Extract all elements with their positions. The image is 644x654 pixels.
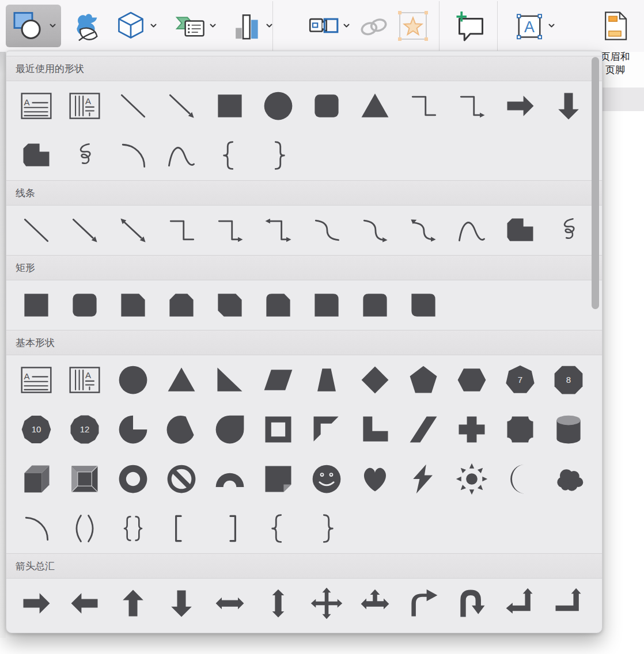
toolbar-button-3d-models[interactable] xyxy=(108,5,162,47)
shape-can[interactable] xyxy=(544,405,593,454)
shape-line[interactable] xyxy=(109,81,157,131)
shape-regular-pentagon[interactable] xyxy=(399,355,448,405)
shape-vertical-text-box[interactable]: A xyxy=(60,81,109,131)
shape-u-turn-arrow[interactable] xyxy=(448,579,496,628)
shape-double-bracket[interactable] xyxy=(60,504,109,553)
shape-no-symbol[interactable] xyxy=(157,454,206,504)
shape-curve[interactable] xyxy=(448,206,496,255)
shape-snip-same-side-corner-rectangle[interactable] xyxy=(157,280,206,330)
shape-bent-up-arrow[interactable] xyxy=(544,579,593,628)
shape-rectangle[interactable] xyxy=(12,280,60,330)
shape-elbow-connector[interactable] xyxy=(157,206,206,255)
shape-curved-double-arrow-connector[interactable] xyxy=(399,206,448,255)
shape-parallelogram[interactable] xyxy=(254,355,302,405)
shape-cloud[interactable] xyxy=(544,454,593,504)
shape-left-right-up-arrow[interactable] xyxy=(351,579,399,628)
shape-snip-diagonal-corner-rectangle[interactable] xyxy=(206,280,254,330)
shape-vertical-text-box[interactable]: A xyxy=(60,355,109,405)
shape-diamond[interactable] xyxy=(351,355,399,405)
shape-sun[interactable] xyxy=(448,454,496,504)
toolbar-button-header-footer[interactable]: 页眉和 页脚 xyxy=(589,5,642,47)
shape-half-frame[interactable] xyxy=(302,405,351,454)
shape-curved-arrow-connector[interactable] xyxy=(351,206,399,255)
shape-moon[interactable] xyxy=(496,454,544,504)
shape-octagon[interactable]: 8 xyxy=(544,355,593,405)
shape-horizontal-text-box[interactable]: A xyxy=(12,355,60,405)
shape-isosceles-triangle[interactable] xyxy=(351,81,399,131)
shape-l-shape[interactable] xyxy=(351,405,399,454)
shape-rounded-rectangle[interactable] xyxy=(302,81,351,131)
shape-snip-round-single-corner-rectangle[interactable] xyxy=(254,280,302,330)
shape-line[interactable] xyxy=(12,206,60,255)
shape-arc[interactable] xyxy=(109,131,157,180)
shape-freeform[interactable] xyxy=(496,206,544,255)
shape-scribble[interactable] xyxy=(60,131,109,180)
shape-left-bracket[interactable] xyxy=(157,504,206,553)
shape-double-brace[interactable] xyxy=(109,504,157,553)
shape-right-brace[interactable] xyxy=(254,131,302,180)
shape-right-bracket[interactable] xyxy=(206,504,254,553)
shape-left-brace[interactable] xyxy=(206,131,254,180)
shape-frame[interactable] xyxy=(254,405,302,454)
shape-snip-single-corner-rectangle[interactable] xyxy=(109,280,157,330)
shape-hexagon[interactable] xyxy=(448,355,496,405)
shape-right-arrow[interactable] xyxy=(12,579,60,628)
shape-up-down-arrow[interactable] xyxy=(254,579,302,628)
shape-elbow-arrow-connector[interactable] xyxy=(448,81,496,131)
shape-left-right-arrow[interactable] xyxy=(206,579,254,628)
shape-elbow-double-arrow-connector[interactable] xyxy=(254,206,302,255)
shape-chord[interactable] xyxy=(157,405,206,454)
shape-left-up-arrow[interactable] xyxy=(496,579,544,628)
shape-arc[interactable] xyxy=(12,504,60,553)
shape-oval[interactable] xyxy=(109,355,157,405)
shape-oval[interactable] xyxy=(254,81,302,131)
shape-line-double-arrow[interactable] xyxy=(109,206,157,255)
toolbar-button-link[interactable] xyxy=(357,5,391,47)
shape-bevel[interactable] xyxy=(60,454,109,504)
toolbar-button-smartart[interactable] xyxy=(165,5,223,47)
shape-left-brace[interactable] xyxy=(254,504,302,553)
shape-horizontal-text-box[interactable]: A xyxy=(12,81,60,131)
shape-rounded-rectangle[interactable] xyxy=(60,280,109,330)
shape-cross[interactable] xyxy=(448,405,496,454)
shape-teardrop[interactable] xyxy=(206,405,254,454)
toolbar-button-shapes[interactable] xyxy=(6,5,61,47)
shape-line-arrow[interactable] xyxy=(157,81,206,131)
toolbar-button-action[interactable] xyxy=(395,5,431,47)
shape-bent-arrow[interactable] xyxy=(399,579,448,628)
shape-plaque[interactable] xyxy=(496,405,544,454)
shape-curve[interactable] xyxy=(157,131,206,180)
shape-decagon[interactable]: 10 xyxy=(12,405,60,454)
shape-dodecagon[interactable]: 12 xyxy=(60,405,109,454)
shape-smiley-face[interactable] xyxy=(302,454,351,504)
shape-donut[interactable] xyxy=(109,454,157,504)
shape-pie[interactable] xyxy=(109,405,157,454)
shape-diagonal-stripe[interactable] xyxy=(399,405,448,454)
toolbar-button-media[interactable] xyxy=(302,5,355,47)
shape-up-arrow[interactable] xyxy=(109,579,157,628)
shape-right-triangle[interactable] xyxy=(206,355,254,405)
shape-left-arrow[interactable] xyxy=(60,579,109,628)
shape-curved-connector[interactable] xyxy=(302,206,351,255)
shape-down-arrow[interactable] xyxy=(157,579,206,628)
shape-down-arrow[interactable] xyxy=(544,81,593,131)
shape-block-arc[interactable] xyxy=(206,454,254,504)
shape-folded-corner[interactable] xyxy=(254,454,302,504)
shape-right-brace[interactable] xyxy=(302,504,351,553)
shape-elbow-connector[interactable] xyxy=(399,81,448,131)
shape-round-diagonal-corner-rectangle[interactable] xyxy=(399,280,448,330)
shape-scribble[interactable] xyxy=(544,206,593,255)
shape-round-same-side-corner-rectangle[interactable] xyxy=(351,280,399,330)
toolbar-button-chart[interactable] xyxy=(226,5,278,47)
shape-quad-arrow[interactable] xyxy=(302,579,351,628)
shape-freeform[interactable] xyxy=(12,131,60,180)
shape-round-single-corner-rectangle[interactable] xyxy=(302,280,351,330)
shape-trapezoid[interactable] xyxy=(302,355,351,405)
shape-cube[interactable] xyxy=(12,454,60,504)
shape-right-arrow[interactable] xyxy=(496,81,544,131)
shape-elbow-arrow-connector[interactable] xyxy=(206,206,254,255)
toolbar-button-comment[interactable] xyxy=(450,5,488,47)
toolbar-button-icons[interactable] xyxy=(66,5,106,47)
shape-heptagon[interactable]: 7 xyxy=(496,355,544,405)
shape-heart[interactable] xyxy=(351,454,399,504)
